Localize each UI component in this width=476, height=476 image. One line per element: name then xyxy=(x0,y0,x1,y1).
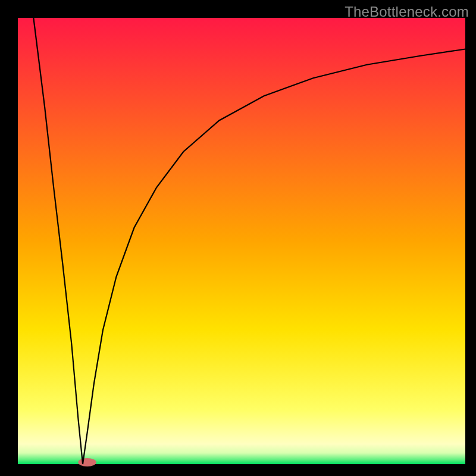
watermark-label: TheBottleneck.com xyxy=(345,4,469,20)
optimal-region-marker xyxy=(78,458,96,466)
chart-container: TheBottleneck.com xyxy=(0,0,476,476)
bottleneck-chart xyxy=(0,0,476,476)
plot-area xyxy=(18,18,465,464)
